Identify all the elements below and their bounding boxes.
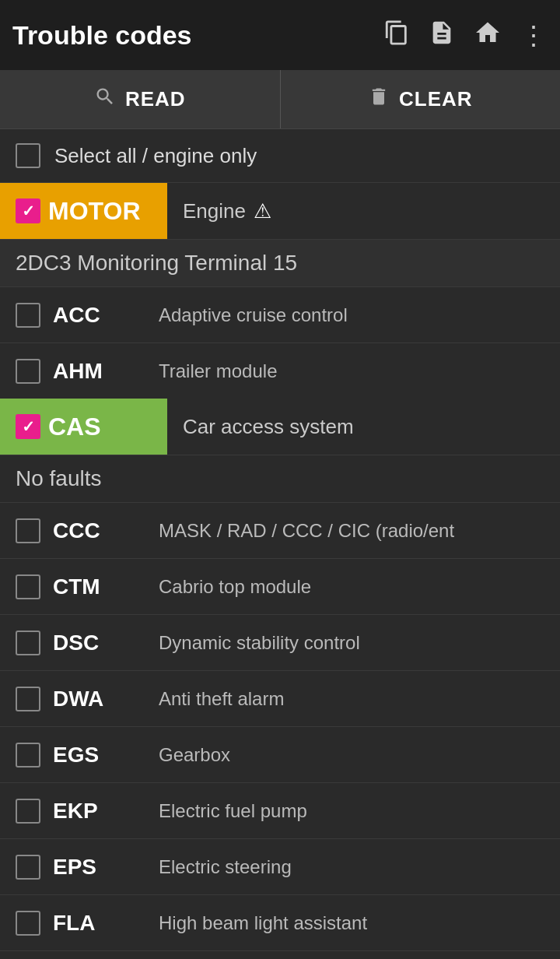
fla-checkbox[interactable]: [16, 911, 40, 936]
list-item[interactable]: FRM Footwell module (lights): [0, 950, 560, 959]
motor-section-label: 2DC3 Monitoring Terminal 15: [0, 239, 560, 286]
header: Trouble codes ⋮: [0, 0, 560, 70]
ahm-checkbox[interactable]: [16, 359, 40, 384]
ctm-code: CTM: [53, 574, 146, 599]
acc-checkbox[interactable]: [16, 303, 40, 328]
select-all-checkbox[interactable]: [16, 143, 40, 168]
motor-module-header: MOTOR Engine ⚠: [0, 183, 560, 239]
toolbar: READ CLEAR: [0, 70, 560, 129]
list-item[interactable]: AHM Trailer module: [0, 342, 560, 399]
ekp-desc: Electric fuel pump: [159, 800, 307, 822]
list-item[interactable]: CCC MASK / RAD / CCC / CIC (radio/ent: [0, 502, 560, 558]
dwa-desc: Anti theft alarm: [159, 688, 284, 710]
copy-icon[interactable]: [383, 19, 410, 51]
cas-checkbox[interactable]: [16, 414, 40, 439]
header-icons: ⋮: [383, 19, 548, 52]
list-item[interactable]: ACC Adaptive cruise control: [0, 286, 560, 342]
cas-description-text: Car access system: [183, 415, 354, 439]
cas-desc: Car access system: [167, 415, 354, 439]
eps-desc: Electric steering: [159, 856, 292, 878]
dwa-checkbox[interactable]: [16, 687, 40, 711]
list-item[interactable]: EPS Electric steering: [0, 838, 560, 894]
select-all-label: Select all / engine only: [54, 144, 257, 168]
fla-code: FLA: [53, 911, 146, 936]
list-item[interactable]: DSC Dynamic stability control: [0, 614, 560, 670]
list-item[interactable]: DWA Anti theft alarm: [0, 670, 560, 726]
cas-module-header: CAS Car access system: [0, 399, 560, 455]
ahm-desc: Trailer module: [159, 360, 278, 382]
motor-name: MOTOR: [48, 197, 141, 226]
more-icon[interactable]: ⋮: [520, 19, 548, 51]
eps-code: EPS: [53, 855, 146, 880]
motor-tag[interactable]: MOTOR: [0, 183, 167, 239]
acc-desc: Adaptive cruise control: [159, 304, 348, 326]
delete-icon: [368, 86, 390, 113]
ctm-checkbox[interactable]: [16, 574, 40, 599]
motor-desc: Engine ⚠: [167, 199, 271, 223]
select-all-row[interactable]: Select all / engine only: [0, 129, 560, 183]
clear-button[interactable]: CLEAR: [281, 70, 561, 128]
read-button[interactable]: READ: [0, 70, 281, 128]
dsc-desc: Dynamic stability control: [159, 632, 360, 654]
warning-icon: ⚠: [254, 199, 271, 223]
search-icon: [94, 86, 116, 113]
clear-label: CLEAR: [399, 87, 473, 111]
ekp-checkbox[interactable]: [16, 799, 40, 824]
ccc-checkbox[interactable]: [16, 518, 40, 543]
ctm-desc: Cabrio top module: [159, 576, 311, 598]
fla-desc: High beam light assistant: [159, 912, 367, 934]
cas-name: CAS: [48, 413, 101, 441]
dwa-code: DWA: [53, 687, 146, 711]
list-item[interactable]: CTM Cabrio top module: [0, 558, 560, 614]
motor-checkbox[interactable]: [16, 198, 40, 223]
no-faults-status: No faults: [0, 455, 560, 502]
egs-code: EGS: [53, 743, 146, 768]
ccc-desc: MASK / RAD / CCC / CIC (radio/ent: [159, 520, 454, 542]
dsc-checkbox[interactable]: [16, 631, 40, 655]
acc-code: ACC: [53, 303, 146, 328]
home-icon[interactable]: [474, 19, 502, 52]
dsc-code: DSC: [53, 631, 146, 655]
read-label: READ: [125, 87, 186, 111]
ccc-code: CCC: [53, 518, 146, 543]
list-item[interactable]: EGS Gearbox: [0, 726, 560, 782]
document-icon[interactable]: [429, 19, 455, 51]
ekp-code: EKP: [53, 799, 146, 824]
ahm-code: AHM: [53, 359, 146, 384]
egs-desc: Gearbox: [159, 744, 230, 766]
eps-checkbox[interactable]: [16, 855, 40, 880]
cas-tag[interactable]: CAS: [0, 399, 167, 455]
list-item[interactable]: EKP Electric fuel pump: [0, 782, 560, 838]
list-item[interactable]: FLA High beam light assistant: [0, 894, 560, 950]
egs-checkbox[interactable]: [16, 743, 40, 768]
motor-description-text: Engine: [183, 199, 246, 223]
page-title: Trouble codes: [12, 20, 383, 51]
